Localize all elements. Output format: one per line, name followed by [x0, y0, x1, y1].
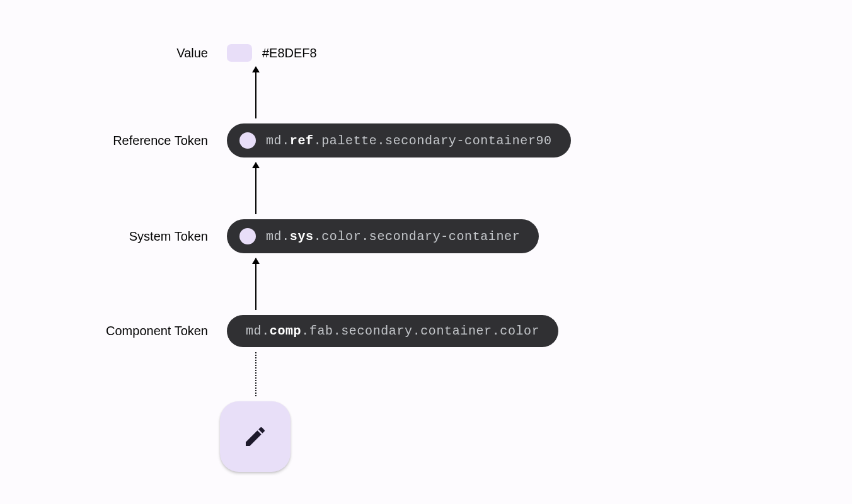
- fab-button[interactable]: [220, 401, 291, 472]
- reference-token-pill: md.ref.palette.secondary-container90: [227, 123, 571, 158]
- component-token-row: Component Token md.comp.fab.secondary.co…: [82, 315, 571, 347]
- component-label: Component Token: [82, 324, 208, 338]
- color-circle-icon: [239, 132, 256, 149]
- value-display: #E8DEF8: [227, 44, 317, 62]
- hex-value: #E8DEF8: [262, 46, 317, 60]
- system-token-text: md.sys.color.secondary-container: [266, 229, 520, 244]
- color-swatch: [227, 44, 252, 62]
- value-row: Value #E8DEF8: [82, 44, 571, 62]
- value-label: Value: [82, 46, 208, 60]
- system-token-pill: md.sys.color.secondary-container: [227, 219, 539, 253]
- component-token-text: md.comp.fab.secondary.container.color: [246, 324, 539, 338]
- reference-label: Reference Token: [82, 134, 208, 148]
- arrow-up-icon: [255, 258, 256, 310]
- system-label: System Token: [82, 229, 208, 244]
- system-token-row: System Token md.sys.color.secondary-cont…: [82, 219, 571, 253]
- reference-token-text: md.ref.palette.secondary-container90: [266, 134, 552, 148]
- component-token-pill: md.comp.fab.secondary.container.color: [227, 315, 558, 347]
- dotted-connector: [255, 352, 256, 396]
- reference-token-row: Reference Token md.ref.palette.secondary…: [82, 123, 571, 158]
- arrow-up-icon: [255, 67, 256, 118]
- arrow-up-icon: [255, 163, 256, 214]
- color-circle-icon: [239, 228, 256, 244]
- token-hierarchy-diagram: Value #E8DEF8 Reference Token md.ref.pal…: [82, 44, 571, 472]
- edit-icon: [243, 424, 268, 449]
